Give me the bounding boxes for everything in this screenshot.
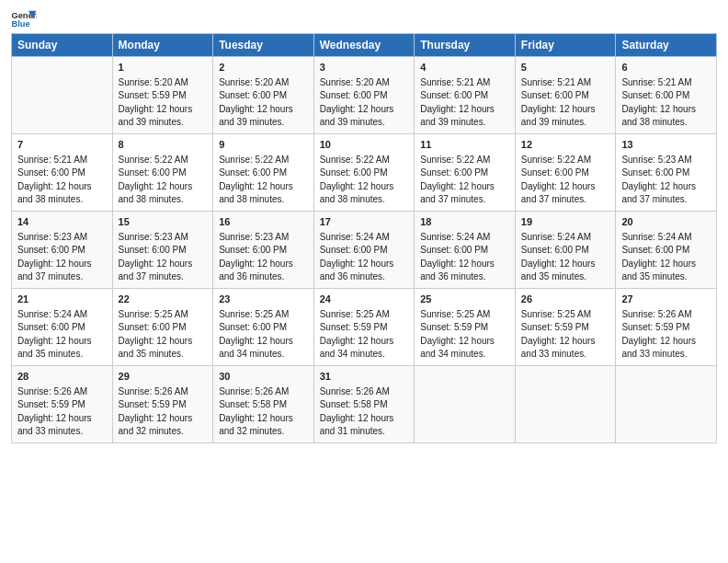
cell-text: Sunrise: 5:24 AM: [17, 308, 107, 322]
cell-text: Daylight: 12 hours: [521, 258, 610, 271]
calendar-cell: [12, 57, 113, 134]
cell-text: Sunset: 6:00 PM: [17, 244, 107, 258]
cell-text: and 36 minutes.: [219, 270, 308, 284]
cell-text: Sunset: 6:00 PM: [521, 244, 610, 258]
cell-text: Daylight: 12 hours: [420, 103, 509, 117]
weekday-header: Wednesday: [313, 34, 415, 57]
cell-text: Daylight: 12 hours: [521, 103, 610, 117]
calendar-cell: 30Sunrise: 5:26 AMSunset: 5:58 PMDayligh…: [213, 365, 314, 442]
cell-text: Sunset: 6:00 PM: [17, 167, 107, 180]
day-number: 29: [119, 370, 208, 385]
day-number: 28: [17, 370, 107, 385]
calendar-week-row: 21Sunrise: 5:24 AMSunset: 6:00 PMDayligh…: [12, 288, 717, 365]
cell-text: Sunrise: 5:25 AM: [521, 308, 610, 322]
cell-text: Sunset: 6:00 PM: [621, 244, 711, 258]
cell-text: Daylight: 12 hours: [17, 258, 107, 271]
cell-text: Sunrise: 5:22 AM: [320, 154, 409, 167]
day-number: 25: [420, 293, 509, 307]
cell-text: Sunrise: 5:23 AM: [119, 231, 208, 245]
day-number: 9: [219, 138, 308, 153]
weekday-header: Monday: [112, 34, 213, 57]
cell-text: Sunrise: 5:26 AM: [17, 385, 107, 399]
calendar-cell: 15Sunrise: 5:23 AMSunset: 6:00 PMDayligh…: [112, 211, 213, 288]
cell-text: Daylight: 12 hours: [320, 335, 409, 349]
cell-text: Sunset: 6:00 PM: [219, 244, 308, 258]
calendar-week-row: 7Sunrise: 5:21 AMSunset: 6:00 PMDaylight…: [12, 133, 717, 211]
cell-text: and 38 minutes.: [119, 193, 208, 207]
cell-text: Daylight: 12 hours: [621, 103, 711, 117]
cell-text: Daylight: 12 hours: [621, 180, 711, 194]
day-number: 21: [17, 293, 107, 307]
calendar-week-row: 28Sunrise: 5:26 AMSunset: 5:59 PMDayligh…: [12, 365, 717, 442]
day-number: 10: [320, 138, 409, 153]
day-number: 18: [420, 215, 509, 230]
cell-text: Sunset: 5:59 PM: [320, 321, 409, 335]
cell-text: and 31 minutes.: [320, 425, 409, 439]
calendar-cell: 25Sunrise: 5:25 AMSunset: 5:59 PMDayligh…: [415, 288, 516, 365]
calendar-week-row: 14Sunrise: 5:23 AMSunset: 6:00 PMDayligh…: [12, 211, 717, 288]
calendar-body: 1Sunrise: 5:20 AMSunset: 5:59 PMDaylight…: [12, 57, 717, 443]
calendar-cell: 17Sunrise: 5:24 AMSunset: 6:00 PMDayligh…: [313, 211, 415, 288]
cell-text: Sunset: 6:00 PM: [621, 167, 711, 180]
cell-text: and 33 minutes.: [17, 425, 107, 439]
cell-text: Sunset: 5:59 PM: [621, 321, 711, 335]
weekday-header: Thursday: [415, 34, 516, 57]
cell-text: and 38 minutes.: [320, 193, 409, 207]
cell-text: Sunrise: 5:26 AM: [621, 308, 711, 322]
calendar-cell: 23Sunrise: 5:25 AMSunset: 6:00 PMDayligh…: [213, 288, 314, 365]
cell-text: Daylight: 12 hours: [219, 258, 308, 271]
svg-text:Blue: Blue: [11, 19, 29, 29]
cell-text: Sunset: 6:00 PM: [420, 89, 509, 103]
cell-text: Daylight: 12 hours: [219, 180, 308, 194]
cell-text: Sunrise: 5:21 AM: [420, 76, 509, 90]
cell-text: Sunrise: 5:20 AM: [119, 76, 208, 90]
cell-text: Sunset: 6:00 PM: [219, 321, 308, 335]
day-number: 23: [219, 293, 308, 307]
logo: General Blue: [11, 9, 37, 29]
cell-text: Daylight: 12 hours: [420, 335, 509, 349]
day-number: 2: [219, 61, 308, 75]
cell-text: and 38 minutes.: [219, 193, 308, 207]
cell-text: Daylight: 12 hours: [621, 335, 711, 349]
cell-text: Daylight: 12 hours: [17, 180, 107, 194]
calendar-cell: 20Sunrise: 5:24 AMSunset: 6:00 PMDayligh…: [616, 211, 717, 288]
calendar-cell: 12Sunrise: 5:22 AMSunset: 6:00 PMDayligh…: [515, 133, 616, 211]
cell-text: Sunset: 6:00 PM: [119, 244, 208, 258]
cell-text: Sunrise: 5:22 AM: [521, 154, 610, 167]
cell-text: Daylight: 12 hours: [320, 180, 409, 194]
cell-text: Sunrise: 5:21 AM: [521, 76, 610, 90]
cell-text: Sunset: 6:00 PM: [219, 167, 308, 180]
cell-text: Daylight: 12 hours: [119, 335, 208, 349]
calendar-cell: 28Sunrise: 5:26 AMSunset: 5:59 PMDayligh…: [12, 365, 113, 442]
cell-text: Sunset: 5:58 PM: [320, 398, 409, 412]
calendar-table: SundayMondayTuesdayWednesdayThursdayFrid…: [11, 33, 717, 443]
cell-text: Daylight: 12 hours: [17, 335, 107, 349]
calendar-cell: 31Sunrise: 5:26 AMSunset: 5:58 PMDayligh…: [313, 365, 415, 442]
day-number: 30: [219, 370, 308, 385]
calendar-cell: 5Sunrise: 5:21 AMSunset: 6:00 PMDaylight…: [515, 57, 616, 134]
cell-text: Daylight: 12 hours: [219, 335, 308, 349]
cell-text: Sunrise: 5:24 AM: [420, 231, 509, 245]
cell-text: Sunrise: 5:24 AM: [621, 231, 711, 245]
header: General Blue: [11, 9, 717, 29]
cell-text: Sunset: 5:58 PM: [219, 398, 308, 412]
cell-text: Sunset: 6:00 PM: [320, 89, 409, 103]
cell-text: Daylight: 12 hours: [420, 258, 509, 271]
cell-text: Sunset: 6:00 PM: [621, 89, 711, 103]
cell-text: Sunrise: 5:25 AM: [219, 308, 308, 322]
calendar-cell: 4Sunrise: 5:21 AMSunset: 6:00 PMDaylight…: [415, 57, 516, 134]
calendar-cell: 19Sunrise: 5:24 AMSunset: 6:00 PMDayligh…: [515, 211, 616, 288]
cell-text: and 34 minutes.: [420, 348, 509, 362]
cell-text: Sunrise: 5:20 AM: [320, 76, 409, 90]
cell-text: Sunrise: 5:25 AM: [119, 308, 208, 322]
cell-text: Sunset: 6:00 PM: [521, 167, 610, 180]
cell-text: Sunrise: 5:22 AM: [219, 154, 308, 167]
cell-text: Sunset: 6:00 PM: [320, 244, 409, 258]
cell-text: and 33 minutes.: [621, 348, 711, 362]
cell-text: and 35 minutes.: [521, 270, 610, 284]
day-number: 14: [17, 215, 107, 230]
cell-text: Daylight: 12 hours: [420, 180, 509, 194]
cell-text: Sunset: 6:00 PM: [420, 244, 509, 258]
day-number: 26: [521, 293, 610, 307]
calendar-cell: [616, 365, 717, 442]
